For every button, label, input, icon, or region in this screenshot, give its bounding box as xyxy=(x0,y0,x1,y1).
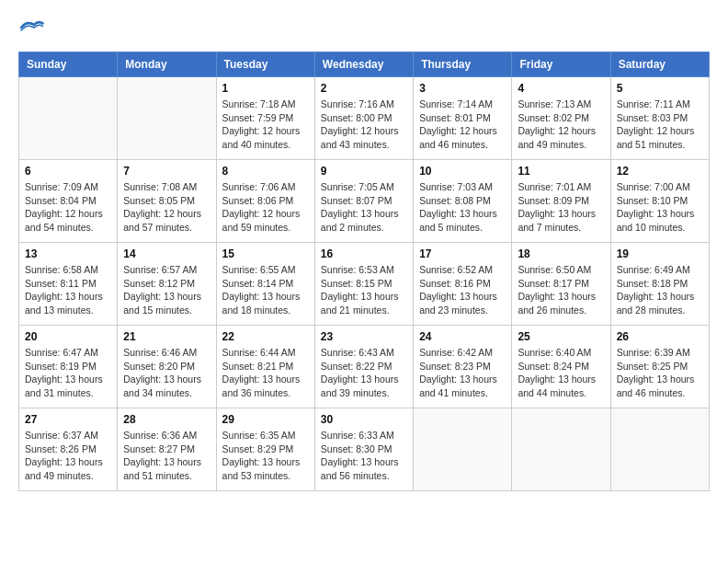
calendar-cell: 17Sunrise: 6:52 AM Sunset: 8:16 PM Dayli… xyxy=(414,243,512,326)
day-header-wednesday: Wednesday xyxy=(314,52,413,77)
day-info: Sunrise: 7:01 AM Sunset: 8:09 PM Dayligh… xyxy=(518,180,604,235)
day-number: 27 xyxy=(25,413,111,426)
calendar-cell: 7Sunrise: 7:08 AM Sunset: 8:05 PM Daylig… xyxy=(118,160,216,243)
day-number: 3 xyxy=(419,82,506,95)
day-info: Sunrise: 6:40 AM Sunset: 8:24 PM Dayligh… xyxy=(518,346,604,400)
day-header-thursday: Thursday xyxy=(414,52,512,77)
day-number: 30 xyxy=(321,413,407,426)
calendar-cell: 16Sunrise: 6:53 AM Sunset: 8:15 PM Dayli… xyxy=(314,243,413,326)
day-info: Sunrise: 6:58 AM Sunset: 8:11 PM Dayligh… xyxy=(25,263,111,317)
day-info: Sunrise: 6:49 AM Sunset: 8:18 PM Dayligh… xyxy=(617,263,703,317)
day-info: Sunrise: 6:39 AM Sunset: 8:25 PM Dayligh… xyxy=(617,346,703,400)
calendar-week-row: 1Sunrise: 7:18 AM Sunset: 7:59 PM Daylig… xyxy=(19,77,710,160)
day-number: 28 xyxy=(123,413,210,426)
calendar-cell: 23Sunrise: 6:43 AM Sunset: 8:22 PM Dayli… xyxy=(314,326,413,408)
calendar-cell: 30Sunrise: 6:33 AM Sunset: 8:30 PM Dayli… xyxy=(314,408,413,491)
day-info: Sunrise: 6:47 AM Sunset: 8:19 PM Dayligh… xyxy=(25,346,111,400)
page-header xyxy=(18,15,710,40)
day-info: Sunrise: 7:18 AM Sunset: 7:59 PM Dayligh… xyxy=(222,98,309,152)
day-header-saturday: Saturday xyxy=(610,52,709,77)
day-info: Sunrise: 6:55 AM Sunset: 8:14 PM Dayligh… xyxy=(222,263,309,317)
calendar-cell: 29Sunrise: 6:35 AM Sunset: 8:29 PM Dayli… xyxy=(216,408,314,491)
calendar-cell: 24Sunrise: 6:42 AM Sunset: 8:23 PM Dayli… xyxy=(414,326,512,408)
logo-icon xyxy=(18,15,44,40)
calendar-cell: 6Sunrise: 7:09 AM Sunset: 8:04 PM Daylig… xyxy=(19,160,118,243)
calendar-cell: 10Sunrise: 7:03 AM Sunset: 8:08 PM Dayli… xyxy=(414,160,512,243)
day-number: 7 xyxy=(123,165,210,178)
calendar-header-row: SundayMondayTuesdayWednesdayThursdayFrid… xyxy=(19,52,710,77)
day-number: 4 xyxy=(518,82,604,95)
day-info: Sunrise: 7:13 AM Sunset: 8:02 PM Dayligh… xyxy=(518,98,604,152)
day-number: 29 xyxy=(222,413,309,426)
day-info: Sunrise: 6:36 AM Sunset: 8:27 PM Dayligh… xyxy=(123,429,210,483)
calendar-cell: 15Sunrise: 6:55 AM Sunset: 8:14 PM Dayli… xyxy=(216,243,314,326)
day-number: 1 xyxy=(222,82,309,95)
day-number: 21 xyxy=(123,330,210,343)
day-number: 2 xyxy=(321,82,407,95)
day-number: 24 xyxy=(419,330,506,343)
calendar-cell: 20Sunrise: 6:47 AM Sunset: 8:19 PM Dayli… xyxy=(19,326,118,408)
calendar-cell: 1Sunrise: 7:18 AM Sunset: 7:59 PM Daylig… xyxy=(216,77,314,160)
day-info: Sunrise: 6:35 AM Sunset: 8:29 PM Dayligh… xyxy=(222,429,309,483)
calendar-cell: 5Sunrise: 7:11 AM Sunset: 8:03 PM Daylig… xyxy=(610,77,709,160)
day-number: 8 xyxy=(222,165,309,178)
calendar-cell: 9Sunrise: 7:05 AM Sunset: 8:07 PM Daylig… xyxy=(314,160,413,243)
day-info: Sunrise: 7:08 AM Sunset: 8:05 PM Dayligh… xyxy=(123,180,210,235)
calendar-cell: 3Sunrise: 7:14 AM Sunset: 8:01 PM Daylig… xyxy=(414,77,512,160)
calendar-cell: 13Sunrise: 6:58 AM Sunset: 8:11 PM Dayli… xyxy=(19,243,118,326)
calendar-cell xyxy=(610,408,709,491)
calendar-cell: 8Sunrise: 7:06 AM Sunset: 8:06 PM Daylig… xyxy=(216,160,314,243)
calendar-week-row: 13Sunrise: 6:58 AM Sunset: 8:11 PM Dayli… xyxy=(19,243,710,326)
calendar-cell: 21Sunrise: 6:46 AM Sunset: 8:20 PM Dayli… xyxy=(118,326,216,408)
day-number: 22 xyxy=(222,330,309,343)
calendar-cell: 14Sunrise: 6:57 AM Sunset: 8:12 PM Dayli… xyxy=(118,243,216,326)
day-number: 11 xyxy=(518,165,604,178)
calendar-cell: 28Sunrise: 6:36 AM Sunset: 8:27 PM Dayli… xyxy=(118,408,216,491)
calendar-cell: 2Sunrise: 7:16 AM Sunset: 8:00 PM Daylig… xyxy=(314,77,413,160)
day-number: 19 xyxy=(617,247,703,260)
day-number: 13 xyxy=(25,247,111,260)
day-info: Sunrise: 7:06 AM Sunset: 8:06 PM Dayligh… xyxy=(222,180,309,235)
day-header-friday: Friday xyxy=(512,52,610,77)
calendar-cell: 18Sunrise: 6:50 AM Sunset: 8:17 PM Dayli… xyxy=(512,243,610,326)
day-info: Sunrise: 7:14 AM Sunset: 8:01 PM Dayligh… xyxy=(419,98,506,152)
day-number: 14 xyxy=(123,247,210,260)
calendar-table: SundayMondayTuesdayWednesdayThursdayFrid… xyxy=(18,52,710,491)
calendar-cell xyxy=(512,408,610,491)
calendar-cell xyxy=(414,408,512,491)
day-info: Sunrise: 6:44 AM Sunset: 8:21 PM Dayligh… xyxy=(222,346,309,400)
day-number: 25 xyxy=(518,330,604,343)
day-header-monday: Monday xyxy=(118,52,216,77)
calendar-cell xyxy=(118,77,216,160)
calendar-week-row: 6Sunrise: 7:09 AM Sunset: 8:04 PM Daylig… xyxy=(19,160,710,243)
day-info: Sunrise: 7:05 AM Sunset: 8:07 PM Dayligh… xyxy=(321,180,407,235)
calendar-cell: 25Sunrise: 6:40 AM Sunset: 8:24 PM Dayli… xyxy=(512,326,610,408)
calendar-cell: 19Sunrise: 6:49 AM Sunset: 8:18 PM Dayli… xyxy=(610,243,709,326)
day-header-sunday: Sunday xyxy=(19,52,118,77)
day-number: 15 xyxy=(222,247,309,260)
day-info: Sunrise: 7:09 AM Sunset: 8:04 PM Dayligh… xyxy=(25,180,111,235)
day-info: Sunrise: 6:52 AM Sunset: 8:16 PM Dayligh… xyxy=(419,263,506,317)
day-info: Sunrise: 7:00 AM Sunset: 8:10 PM Dayligh… xyxy=(617,180,703,235)
day-info: Sunrise: 6:50 AM Sunset: 8:17 PM Dayligh… xyxy=(518,263,604,317)
calendar-cell: 12Sunrise: 7:00 AM Sunset: 8:10 PM Dayli… xyxy=(610,160,709,243)
day-number: 18 xyxy=(518,247,604,260)
day-number: 5 xyxy=(617,82,703,95)
day-info: Sunrise: 7:03 AM Sunset: 8:08 PM Dayligh… xyxy=(419,180,506,235)
day-info: Sunrise: 6:37 AM Sunset: 8:26 PM Dayligh… xyxy=(25,429,111,483)
day-number: 9 xyxy=(321,165,407,178)
calendar-cell: 4Sunrise: 7:13 AM Sunset: 8:02 PM Daylig… xyxy=(512,77,610,160)
day-header-tuesday: Tuesday xyxy=(216,52,314,77)
day-number: 12 xyxy=(617,165,703,178)
day-number: 23 xyxy=(321,330,407,343)
calendar-cell: 27Sunrise: 6:37 AM Sunset: 8:26 PM Dayli… xyxy=(19,408,118,491)
day-info: Sunrise: 6:33 AM Sunset: 8:30 PM Dayligh… xyxy=(321,429,407,483)
calendar-cell: 26Sunrise: 6:39 AM Sunset: 8:25 PM Dayli… xyxy=(610,326,709,408)
day-info: Sunrise: 6:46 AM Sunset: 8:20 PM Dayligh… xyxy=(123,346,210,400)
day-number: 26 xyxy=(617,330,703,343)
day-number: 16 xyxy=(321,247,407,260)
calendar-week-row: 27Sunrise: 6:37 AM Sunset: 8:26 PM Dayli… xyxy=(19,408,710,491)
day-number: 20 xyxy=(25,330,111,343)
calendar-cell: 22Sunrise: 6:44 AM Sunset: 8:21 PM Dayli… xyxy=(216,326,314,408)
day-info: Sunrise: 7:11 AM Sunset: 8:03 PM Dayligh… xyxy=(617,98,703,152)
